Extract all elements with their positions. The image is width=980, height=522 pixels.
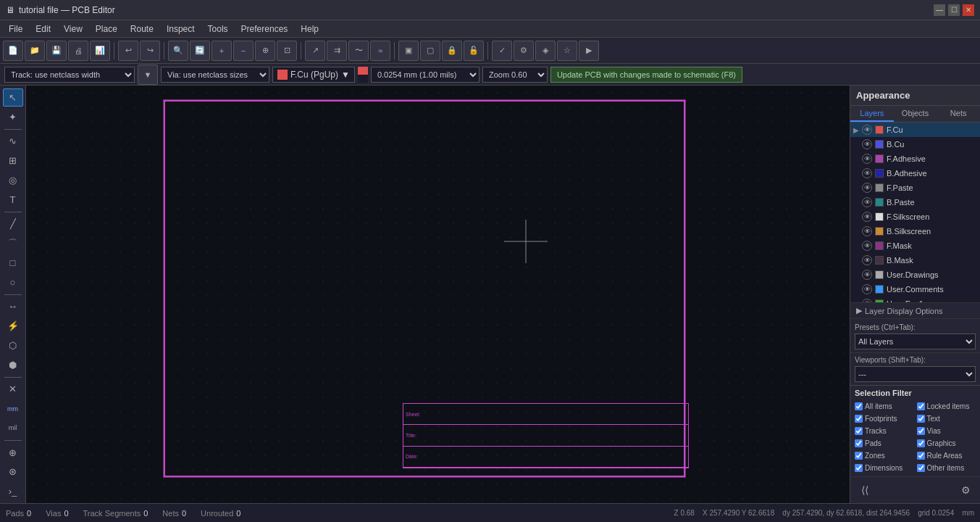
mm-toggle[interactable]: mm	[3, 399, 23, 418]
tune-button[interactable]: 〜	[348, 41, 369, 61]
layer-item-user-drawings[interactable]: 👁User.Drawings	[850, 268, 980, 282]
tune-diff-button[interactable]: ≈	[370, 41, 390, 61]
menu-item-place[interactable]: Place	[90, 22, 123, 36]
close-button[interactable]: ✕	[963, 4, 974, 16]
minimize-button[interactable]: —	[934, 4, 945, 16]
zoom-area-button[interactable]: ⊡	[277, 41, 297, 61]
open-button[interactable]: 📁	[25, 41, 45, 61]
menu-item-edit[interactable]: Edit	[30, 22, 56, 36]
sel-filter-checkbox-vias[interactable]	[917, 427, 925, 435]
select-tool[interactable]: ↖	[3, 88, 23, 107]
menu-item-preferences[interactable]: Preferences	[235, 22, 294, 36]
scripting-console-tool[interactable]: ›_	[3, 482, 23, 500]
maximize-button[interactable]: ☐	[948, 4, 960, 16]
print-button[interactable]: 🖨	[68, 41, 88, 61]
menu-item-route[interactable]: Route	[125, 22, 159, 36]
layer-item-f-mask[interactable]: 👁F.Mask	[850, 239, 980, 253]
sel-filter-checkbox-locked-items[interactable]	[917, 402, 925, 410]
sel-filter-checkbox-tracks[interactable]	[855, 427, 863, 435]
layer-visibility-icon[interactable]: 👁	[862, 284, 872, 294]
draw-arc-tool[interactable]: ⌒	[3, 234, 23, 252]
layer-item-f-paste[interactable]: 👁F.Paste	[850, 181, 980, 195]
redo-button[interactable]: ↪	[140, 41, 160, 61]
sel-filter-checkbox-all-items[interactable]	[855, 402, 863, 410]
layer-item-user-eco1[interactable]: 👁User.Eco1	[850, 297, 980, 302]
layer-visibility-icon[interactable]: 👁	[862, 168, 872, 178]
sel-filter-checkbox-pads[interactable]	[855, 439, 863, 447]
layer-visibility-icon[interactable]: 👁	[862, 139, 872, 149]
highlight-net-button[interactable]: ☆	[557, 41, 577, 61]
tab-nets[interactable]: Nets	[937, 106, 980, 122]
layer-visibility-icon[interactable]: 👁	[862, 183, 872, 193]
zoom-out-button[interactable]: −	[233, 41, 254, 61]
sel-filter-checkbox-rule-areas[interactable]	[917, 452, 925, 460]
track-width-menu[interactable]: ▼	[138, 65, 158, 85]
sel-filter-checkbox-zones[interactable]	[855, 452, 863, 460]
menu-item-view[interactable]: View	[58, 22, 88, 36]
board-setup-button[interactable]: ⚙	[514, 41, 534, 61]
menu-item-help[interactable]: Help	[295, 22, 324, 36]
layer-visibility-icon[interactable]: 👁	[862, 212, 872, 222]
active-layer-indicator[interactable]: F.Cu (PgUp) ▼	[272, 67, 355, 83]
grid-select[interactable]: 0.0254 mm (1.00 mils)	[371, 67, 479, 83]
draw-line-tool[interactable]: ╱	[3, 215, 23, 233]
place-footprint-tool[interactable]: ⊞	[3, 152, 23, 170]
layer-visibility-icon[interactable]: 👁	[862, 197, 872, 207]
pcb-canvas[interactable]: Sheet: Title: Date:	[26, 86, 850, 503]
sel-filter-checkbox-text[interactable]	[917, 415, 925, 423]
nav-settings-button[interactable]: ⚙	[955, 480, 976, 500]
layer-visibility-icon[interactable]: 👁	[862, 241, 872, 251]
highlight-tool[interactable]: ✦	[3, 108, 23, 126]
layer-visibility-icon[interactable]: 👁	[862, 255, 872, 265]
zoom-select[interactable]: Zoom 0.60	[482, 67, 548, 83]
menu-item-inspect[interactable]: Inspect	[161, 22, 201, 36]
presets-select[interactable]: All Layers	[855, 334, 976, 349]
add-text-tool[interactable]: T	[3, 191, 23, 209]
group-button[interactable]: ▣	[398, 41, 419, 61]
unlock-button[interactable]: 🔓	[464, 41, 484, 61]
track-width-select[interactable]: Track: use netclass width	[4, 67, 135, 83]
zoom-in-button[interactable]: +	[212, 41, 232, 61]
scripting-button[interactable]: ▶	[579, 41, 599, 61]
layer-item-b-mask[interactable]: 👁B.Mask	[850, 253, 980, 268]
mil-toggle[interactable]: mil	[3, 419, 23, 437]
draw-circle-tool[interactable]: ○	[3, 273, 23, 291]
viewports-select[interactable]: ---	[855, 366, 976, 382]
route-diff-button[interactable]: ⇉	[327, 41, 347, 61]
layer-visibility-icon[interactable]: 👁	[862, 154, 872, 164]
zoom-fit-button[interactable]: 🔍	[168, 41, 188, 61]
pad-tool[interactable]: ⊕	[3, 444, 23, 462]
layer-item-b-adhesive[interactable]: 👁B.Adhesive	[850, 166, 980, 181]
tab-objects[interactable]: Objects	[894, 106, 937, 122]
graphic-zone-tool[interactable]: ⬢	[3, 356, 23, 374]
layer-visibility-icon[interactable]: 👁	[862, 125, 872, 135]
zoom-center-button[interactable]: ⊕	[255, 41, 275, 61]
layer-display-options[interactable]: ▶ Layer Display Options	[850, 302, 980, 318]
3d-view-button[interactable]: ◈	[535, 41, 556, 61]
layer-visibility-icon[interactable]: 👁	[862, 270, 872, 280]
tab-layers[interactable]: Layers	[850, 106, 894, 122]
local-settings-tool[interactable]: ⚡	[3, 317, 23, 335]
add-via-tool[interactable]: ◎	[3, 171, 23, 189]
net-inspector-tool[interactable]: ⊛	[3, 463, 23, 481]
menu-item-file[interactable]: File	[3, 22, 28, 36]
drc-button[interactable]: ✓	[492, 41, 512, 61]
nav-back-button[interactable]: ⟨⟨	[855, 480, 875, 500]
canvas-area[interactable]: Sheet: Title: Date:	[26, 86, 850, 503]
menu-item-tools[interactable]: Tools	[202, 22, 234, 36]
route-track-tool[interactable]: ∿	[3, 132, 23, 150]
draw-rect-tool[interactable]: □	[3, 254, 23, 272]
layer-item-f-cu[interactable]: ▶👁F.Cu	[850, 123, 980, 137]
route-single-button[interactable]: ↗	[305, 41, 325, 61]
zoom-refresh-button[interactable]: 🔄	[190, 41, 210, 61]
via-size-select[interactable]: Via: use netclass sizes	[161, 67, 269, 83]
layer-item-f-silkscreen[interactable]: 👁F.Silkscreen	[850, 210, 980, 224]
delete-tool[interactable]: ✕	[3, 380, 23, 398]
new-button[interactable]: 📄	[3, 41, 23, 61]
ungroup-button[interactable]: ▢	[420, 41, 440, 61]
sel-filter-checkbox-footprints[interactable]	[855, 415, 863, 423]
update-pcb-button[interactable]: Update PCB with changes made to schemati…	[550, 67, 742, 83]
layer-item-b-cu[interactable]: 👁B.Cu	[850, 137, 980, 152]
undo-button[interactable]: ↩	[118, 41, 138, 61]
measure-tool[interactable]: ↔	[3, 297, 23, 315]
